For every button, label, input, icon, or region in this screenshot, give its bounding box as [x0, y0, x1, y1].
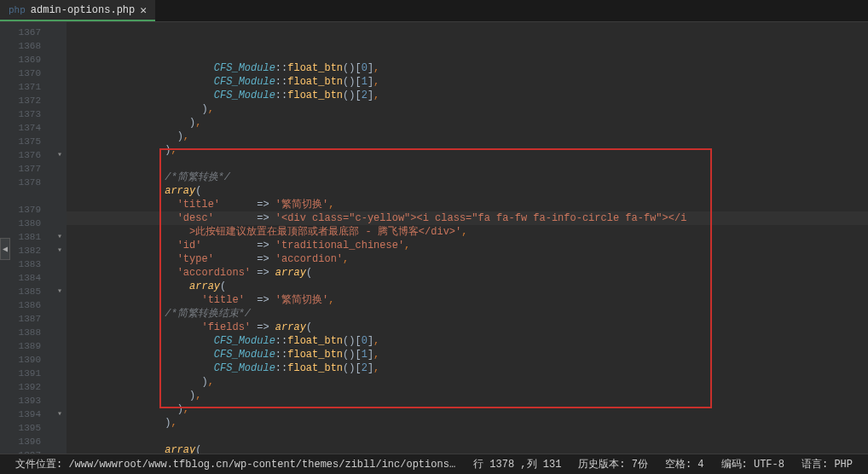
code-line[interactable]: ),: [67, 143, 868, 157]
fold-marker: [53, 80, 67, 94]
code-line[interactable]: CFS_Module::float_btn()[0],: [67, 61, 868, 75]
fold-marker: [53, 26, 67, 39]
code-line[interactable]: CFS_Module::float_btn()[2],: [67, 361, 868, 375]
code-area[interactable]: CFS_Module::float_btn()[0], CFS_Module::…: [67, 22, 868, 454]
fold-marker: [53, 326, 67, 339]
line-number: 1376: [0, 148, 53, 162]
code-line[interactable]: array(: [67, 443, 868, 454]
tab-bar: php admin-options.php ✕: [0, 0, 868, 22]
status-history[interactable]: 历史版本: 7份: [570, 457, 657, 471]
line-number: 1373: [0, 107, 53, 121]
code-line[interactable]: array(: [67, 280, 868, 293]
fold-marker: [53, 189, 67, 203]
line-number: 1384: [0, 271, 53, 285]
code-line[interactable]: 'id' => 'traditional_chinese',: [67, 239, 868, 252]
fold-marker[interactable]: ▾: [53, 244, 67, 257]
code-line[interactable]: ),: [67, 375, 868, 389]
fold-marker: [53, 353, 67, 367]
code-line[interactable]: ),: [67, 389, 868, 402]
code-line[interactable]: /*简繁转换结束*/: [67, 307, 868, 321]
fold-marker: [53, 53, 67, 66]
php-file-icon: php: [9, 5, 26, 15]
line-number: 1371: [0, 80, 53, 94]
panel-collapse-handle[interactable]: ◀: [0, 238, 10, 260]
status-path[interactable]: 文件位置: /www/wwwroot/www.tfblog.cn/wp-cont…: [7, 457, 465, 471]
code-line[interactable]: ),: [67, 416, 868, 430]
tab-filename: admin-options.php: [31, 4, 135, 16]
status-language[interactable]: 语言: PHP: [793, 457, 861, 471]
line-number: 1368: [0, 39, 53, 53]
fold-marker: [53, 435, 67, 448]
fold-marker: [53, 107, 67, 121]
code-line[interactable]: ),: [67, 102, 868, 116]
fold-marker: [53, 176, 67, 189]
code-line[interactable]: CFS_Module::float_btn()[1],: [67, 348, 868, 361]
status-bar: 文件位置: /www/wwwroot/www.tfblog.cn/wp-cont…: [0, 454, 868, 474]
code-line[interactable]: CFS_Module::float_btn()[1],: [67, 75, 868, 89]
line-number: 1375: [0, 135, 53, 148]
line-number: 1380: [0, 217, 53, 230]
line-number: 1374: [0, 121, 53, 135]
fold-marker: [53, 271, 67, 285]
code-line[interactable]: array(: [67, 184, 868, 198]
code-line[interactable]: ),: [67, 402, 868, 416]
line-number: 1387: [0, 312, 53, 326]
code-line[interactable]: 'type' => 'accordion',: [67, 252, 868, 266]
fold-marker: [53, 217, 67, 230]
fold-marker: [53, 39, 67, 53]
editor: ◀ 13671368136913701371137213731374137513…: [0, 22, 868, 454]
line-number: 1396: [0, 435, 53, 448]
code-line[interactable]: 'desc' => '<div class="c-yellow"><i clas…: [67, 211, 868, 225]
fold-marker: [53, 162, 67, 176]
fold-marker: [53, 66, 67, 80]
fold-marker: [53, 312, 67, 326]
code-line[interactable]: >此按钮建议放置在最顶部或者最底部 - 腾飞博客</div>',: [67, 225, 868, 239]
code-line[interactable]: 'fields' => array(: [67, 321, 868, 334]
fold-marker[interactable]: ▾: [53, 230, 67, 244]
status-line-col[interactable]: 行 1378 ,列 131: [465, 457, 570, 471]
line-number: 1369: [0, 53, 53, 66]
line-number: 1370: [0, 66, 53, 80]
tab-active[interactable]: php admin-options.php ✕: [0, 0, 155, 21]
close-icon[interactable]: ✕: [140, 3, 147, 17]
fold-marker: [53, 94, 67, 107]
status-spaces[interactable]: 空格: 4: [657, 457, 713, 471]
line-number: 1379: [0, 203, 53, 217]
line-number: 1389: [0, 339, 53, 353]
line-number: 1394: [0, 408, 53, 421]
code-line[interactable]: [67, 430, 868, 443]
code-line[interactable]: [67, 157, 868, 171]
fold-marker: [53, 203, 67, 217]
fold-marker[interactable]: ▾: [53, 285, 67, 298]
fold-marker: [53, 339, 67, 353]
line-number: 1395: [0, 421, 53, 435]
fold-marker: [53, 380, 67, 394]
line-number: 1390: [0, 353, 53, 367]
fold-marker: [53, 257, 67, 271]
line-number: 1388: [0, 326, 53, 339]
fold-marker[interactable]: ▾: [53, 148, 67, 162]
code-line[interactable]: 'accordions' => array(: [67, 266, 868, 280]
fold-marker: [53, 121, 67, 135]
fold-marker: [53, 298, 67, 312]
line-number: 1385: [0, 285, 53, 298]
line-number: 1386: [0, 298, 53, 312]
status-encoding[interactable]: 编码: UTF-8: [713, 457, 793, 471]
line-number: 1391: [0, 367, 53, 380]
line-number: 1372: [0, 94, 53, 107]
code-line[interactable]: ),: [67, 116, 868, 130]
code-line[interactable]: 'title' => '繁简切换',: [67, 198, 868, 211]
fold-marker[interactable]: ▾: [53, 408, 67, 421]
code-line[interactable]: CFS_Module::float_btn()[2],: [67, 89, 868, 102]
line-number: [0, 189, 53, 203]
code-line[interactable]: CFS_Module::float_btn()[0],: [67, 334, 868, 348]
line-number: 1378: [0, 176, 53, 189]
code-line[interactable]: ),: [67, 130, 868, 143]
fold-column: ▾▾▾▾▾: [53, 22, 67, 454]
line-number: 1367: [0, 26, 53, 39]
fold-marker: [53, 367, 67, 380]
code-line[interactable]: 'title' => '繁简切换',: [67, 293, 868, 307]
fold-marker: [53, 394, 67, 408]
code-line[interactable]: /*简繁转换*/: [67, 171, 868, 184]
line-number: 1377: [0, 162, 53, 176]
